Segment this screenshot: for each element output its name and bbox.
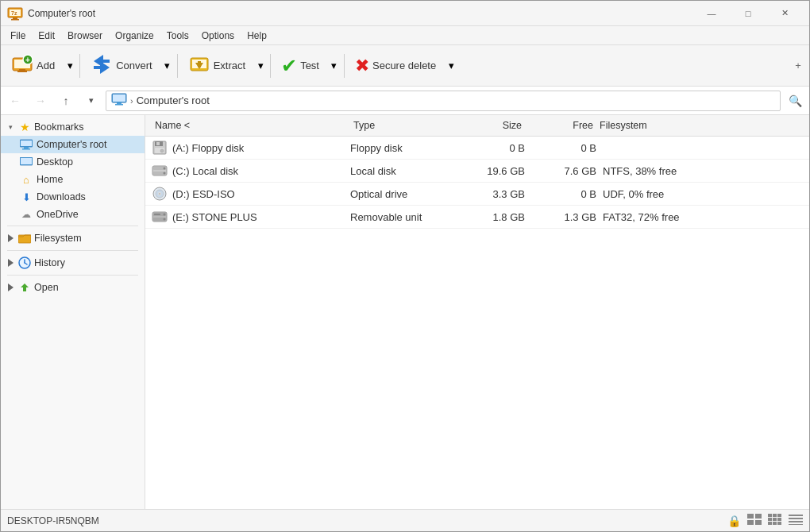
menu-help[interactable]: Help bbox=[241, 29, 273, 43]
test-button[interactable]: ✔ Test bbox=[274, 49, 326, 83]
toolbar-add-tab[interactable]: + bbox=[790, 58, 806, 74]
svg-rect-57 bbox=[773, 514, 777, 517]
menu-options[interactable]: Options bbox=[195, 29, 241, 43]
minimize-button[interactable]: — bbox=[693, 1, 730, 26]
table-row[interactable]: (E:) STONE PLUS Removable unit 1.8 GB 1.… bbox=[145, 206, 809, 229]
svg-point-36 bbox=[160, 149, 164, 152]
secure-delete-button[interactable]: ✖ Secure delete bbox=[348, 49, 443, 83]
test-dropdown[interactable]: ▾ bbox=[328, 49, 341, 83]
open-expand-icon bbox=[6, 283, 15, 292]
column-headers: Name < Type Size Free Filesystem bbox=[145, 115, 809, 137]
status-grid1-icon[interactable] bbox=[747, 514, 762, 527]
close-button[interactable]: ✕ bbox=[766, 1, 803, 26]
svg-point-41 bbox=[164, 172, 166, 175]
content-area: Name < Type Size Free Filesystem bbox=[145, 115, 809, 509]
add-button[interactable]: + Add bbox=[4, 49, 62, 83]
secure-delete-dropdown[interactable]: ▾ bbox=[445, 49, 457, 83]
floppy-drive-icon bbox=[152, 140, 168, 156]
nav-forward-button[interactable]: → bbox=[29, 90, 52, 112]
svg-rect-34 bbox=[156, 142, 160, 145]
table-row[interactable]: (A:) Floppy disk Floppy disk 0 B 0 B bbox=[145, 137, 809, 160]
sidebar-item-onedrive[interactable]: ☁ OneDrive bbox=[1, 206, 145, 223]
svg-rect-68 bbox=[789, 524, 803, 525]
col-header-type[interactable]: Type bbox=[350, 118, 453, 133]
local-disk-icon bbox=[152, 163, 168, 179]
app-icon: 7z bbox=[7, 6, 23, 21]
history-header[interactable]: History bbox=[1, 253, 145, 272]
nav-up-button[interactable]: ↑ bbox=[55, 90, 77, 112]
table-row[interactable]: (C:) Local disk Local disk 19.6 GB 7.6 G… bbox=[145, 160, 809, 183]
nav-back-button[interactable]: ← bbox=[4, 90, 26, 112]
add-dropdown[interactable]: ▾ bbox=[64, 49, 76, 83]
table-row[interactable]: (D:) ESD-ISO Optical drive 3.3 GB 0 B UD… bbox=[145, 183, 809, 206]
svg-rect-23 bbox=[24, 147, 29, 148]
extract-button[interactable]: Extract bbox=[181, 49, 253, 83]
menu-tools[interactable]: Tools bbox=[160, 29, 195, 43]
sidebar-item-computer-root[interactable]: Computer's root bbox=[1, 136, 145, 153]
svg-rect-55 bbox=[755, 520, 762, 525]
status-list-icon[interactable] bbox=[789, 514, 803, 527]
sidebar-item-home[interactable]: ⌂ Home bbox=[1, 171, 145, 188]
open-header[interactable]: Open bbox=[1, 278, 145, 297]
filesystem-expand-icon bbox=[6, 233, 15, 243]
svg-point-50 bbox=[164, 218, 166, 221]
search-button[interactable]: 🔍 bbox=[784, 90, 806, 112]
filesystem-label: Filesystem bbox=[34, 233, 82, 244]
history-expand-icon bbox=[6, 258, 15, 268]
svg-point-49 bbox=[164, 214, 166, 216]
history-icon bbox=[18, 256, 31, 269]
menu-browser[interactable]: Browser bbox=[61, 29, 109, 43]
filesystem-icon bbox=[18, 232, 31, 245]
col-header-filesystem[interactable]: Filesystem bbox=[596, 118, 803, 133]
svg-rect-60 bbox=[773, 518, 777, 521]
toolbar: + Add ▾ Convert ▾ bbox=[1, 45, 809, 87]
row-type-0: Floppy disk bbox=[350, 142, 453, 154]
row-name-0: (A:) Floppy disk bbox=[172, 142, 350, 154]
svg-marker-31 bbox=[21, 283, 29, 291]
onedrive-icon: ☁ bbox=[20, 208, 33, 221]
svg-rect-20 bbox=[115, 104, 123, 106]
convert-dropdown[interactable]: ▾ bbox=[161, 49, 174, 83]
status-lock-icon[interactable]: 🔒 bbox=[727, 515, 741, 527]
col-header-name[interactable]: Name < bbox=[152, 118, 350, 133]
sidebar-item-desktop[interactable]: Desktop bbox=[1, 153, 145, 171]
nav-dropdown-button[interactable]: ▾ bbox=[80, 90, 102, 112]
menu-organize[interactable]: Organize bbox=[109, 29, 160, 43]
svg-rect-53 bbox=[755, 514, 762, 519]
row-size-1: 19.6 GB bbox=[453, 165, 525, 177]
optical-drive-icon bbox=[152, 186, 168, 202]
svg-rect-3 bbox=[11, 19, 19, 21]
breadcrumb-arrow: › bbox=[130, 96, 133, 106]
computer-root-label: Computer's root bbox=[37, 139, 107, 150]
menu-file[interactable]: File bbox=[4, 29, 32, 43]
row-size-0: 0 B bbox=[453, 142, 525, 154]
maximize-button[interactable]: □ bbox=[730, 1, 766, 26]
bookmarks-star-icon: ★ bbox=[18, 121, 31, 133]
row-fs-3: FAT32, 72% free bbox=[596, 211, 803, 223]
main-window: 7z Computer's root — □ ✕ File Edit Brows… bbox=[0, 0, 810, 532]
extract-dropdown[interactable]: ▾ bbox=[254, 49, 267, 83]
open-label: Open bbox=[34, 282, 59, 293]
col-header-free[interactable]: Free bbox=[525, 118, 596, 133]
svg-rect-64 bbox=[777, 522, 781, 525]
filesystem-header[interactable]: Filesystem bbox=[1, 229, 145, 248]
svg-rect-51 bbox=[154, 214, 160, 215]
history-label: History bbox=[34, 257, 65, 268]
col-header-size[interactable]: Size bbox=[453, 118, 525, 133]
status-text: DESKTOP-IR5NQBM bbox=[7, 515, 724, 526]
svg-point-40 bbox=[164, 168, 166, 170]
svg-rect-58 bbox=[777, 514, 781, 517]
add-label: Add bbox=[37, 60, 55, 71]
bookmarks-header[interactable]: ▾ ★ Bookmarks bbox=[1, 118, 145, 136]
status-grid2-icon[interactable] bbox=[768, 514, 782, 527]
svg-rect-19 bbox=[117, 102, 122, 104]
svg-rect-66 bbox=[789, 518, 803, 519]
address-bar: ← → ↑ ▾ › Computer's root 🔍 bbox=[1, 87, 809, 115]
sidebar-item-downloads[interactable]: ⬇ Downloads bbox=[1, 188, 145, 206]
menu-edit[interactable]: Edit bbox=[32, 29, 61, 43]
bookmarks-section: ▾ ★ Bookmarks Computer's root bbox=[1, 118, 145, 223]
convert-button[interactable]: Convert bbox=[83, 49, 160, 83]
address-breadcrumb[interactable]: › Computer's root bbox=[106, 91, 781, 111]
svg-rect-62 bbox=[768, 522, 772, 525]
svg-text:7z: 7z bbox=[11, 10, 17, 16]
